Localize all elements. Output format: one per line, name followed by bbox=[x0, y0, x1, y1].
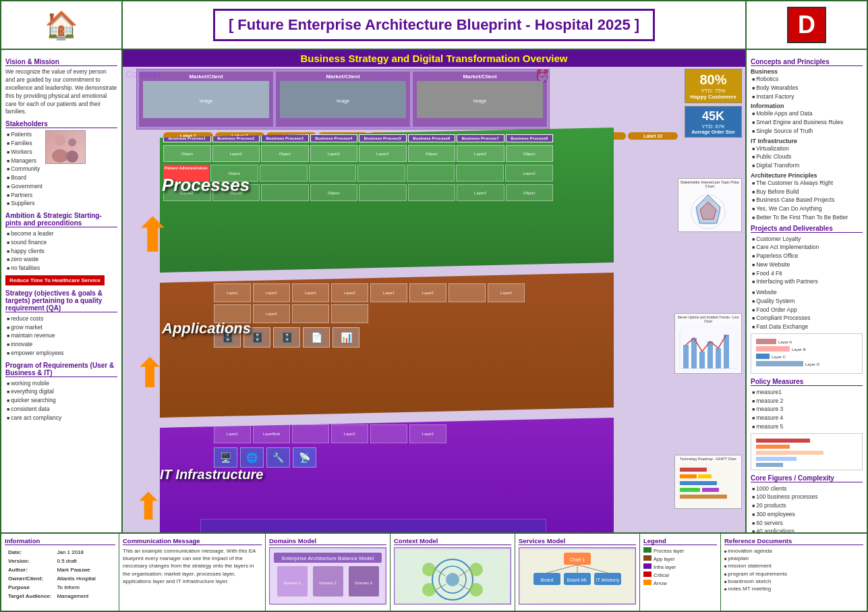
svg-rect-43 bbox=[756, 457, 797, 461]
app-cell-7 bbox=[449, 283, 486, 302]
svg-rect-40 bbox=[756, 439, 810, 443]
kpi-happy-big: 80% bbox=[688, 72, 739, 88]
proc-cell-row3-3 bbox=[261, 184, 309, 201]
main-content: Vision & Mission We recognize the value … bbox=[1, 50, 867, 532]
stakeholders-title: Stakeholders bbox=[5, 120, 117, 128]
home-icon[interactable]: 🏠 bbox=[45, 9, 78, 41]
infra-cell-1: Layer1 bbox=[214, 424, 251, 443]
kpi-happy-desc: Happy Customers bbox=[688, 94, 739, 100]
svg-rect-42 bbox=[756, 451, 823, 455]
legend-content: Process layer App layer Infra layer Crit… bbox=[643, 547, 717, 588]
svg-point-59 bbox=[469, 563, 483, 576]
svg-rect-35 bbox=[756, 361, 803, 366]
stakeholder-image bbox=[45, 130, 86, 164]
market-img-2: image bbox=[280, 81, 406, 118]
doc-icon-1: 📄 bbox=[303, 327, 330, 347]
header-center: [ Future Enterprise Architecture Bluepri… bbox=[123, 1, 745, 49]
polar-chart-svg bbox=[680, 188, 737, 232]
comm-text: This an example communication message. W… bbox=[123, 547, 262, 585]
applications-label: Applications bbox=[162, 320, 251, 337]
app-cell-2: Layer2 bbox=[253, 283, 290, 302]
svg-rect-21 bbox=[707, 341, 713, 368]
arch-list: The Customer Is Always Right Buy Before … bbox=[751, 179, 863, 222]
diagram-title-bar: Business Strategy and Digital Transforma… bbox=[123, 50, 745, 67]
svg-text:Chief 1: Chief 1 bbox=[570, 557, 585, 562]
app-cell-5: Layer1 bbox=[370, 283, 407, 302]
kpi-order-big: 45K bbox=[688, 109, 739, 123]
svg-text:Board Mt.: Board Mt. bbox=[567, 578, 587, 582]
bp-6: Business Process6 bbox=[408, 134, 456, 142]
home-section: 🏠 bbox=[1, 1, 123, 49]
program-title: Program of Requirements (User & Business… bbox=[5, 362, 117, 377]
proc-cell-row2-7 bbox=[456, 165, 504, 182]
services-model-visual: Chief 1 Board Board Mt. IT Advisory bbox=[519, 547, 636, 605]
infra-cell-5 bbox=[370, 424, 407, 443]
information-subtitle: Information bbox=[751, 103, 863, 109]
server-icon-2: 🌐 bbox=[240, 447, 264, 468]
legend-item-3: Infra layer bbox=[643, 563, 717, 572]
proc-cell-row2-8: Layer2 bbox=[505, 165, 553, 182]
svg-text:image: image bbox=[473, 99, 486, 104]
kpi-happy: 80% YTD: 75% Happy Customers bbox=[685, 69, 742, 103]
svg-text:image: image bbox=[337, 99, 349, 104]
app-content: Layer1 Layer2 Layer1 Layer2 Layer1 Layer… bbox=[160, 278, 614, 326]
app-cell-11 bbox=[292, 304, 329, 323]
infra-cell-6: Layer2 bbox=[409, 424, 446, 443]
svg-text:Domain 3: Domain 3 bbox=[355, 581, 372, 585]
legend-item-2: App layer bbox=[643, 555, 717, 563]
svg-point-2 bbox=[68, 138, 76, 146]
vision-title: Vision & Mission bbox=[5, 58, 117, 66]
processes-label: Processes bbox=[162, 175, 250, 196]
market-box-3: Market/Client image bbox=[413, 72, 547, 127]
projects-title: Projects and Deliverables bbox=[751, 225, 863, 233]
context-model-title: Context Model bbox=[394, 537, 511, 545]
it-list: Virtualization Public Clouds Digital Tra… bbox=[751, 144, 863, 170]
market-title-3: Market/Client bbox=[463, 74, 496, 80]
proc-cell-row2-6 bbox=[407, 165, 455, 182]
db-icon-3: 🗄️ bbox=[273, 327, 300, 347]
app-cell-8: Layer2 bbox=[488, 283, 525, 302]
app-cell-4: Layer2 bbox=[331, 283, 368, 302]
svg-point-61 bbox=[469, 583, 483, 596]
proc-cell-2: Layer2 bbox=[212, 145, 260, 162]
proc-cell-row3-5 bbox=[359, 184, 407, 201]
kpi-happy-sub: YTD: 75% bbox=[688, 88, 739, 94]
market-section: Market/Client image Market/Client image … bbox=[136, 69, 550, 130]
footer-legend: Legend Process layer App layer Infra lay… bbox=[640, 534, 721, 612]
ref-title: Reference Documents bbox=[724, 537, 863, 545]
svg-rect-33 bbox=[756, 346, 790, 352]
legend-item-1: Process layer bbox=[643, 547, 717, 555]
kpi-section: 80% YTD: 75% Happy Customers 45K YTD: 67… bbox=[685, 69, 742, 138]
context-model-visual bbox=[394, 547, 511, 605]
domains-title: Domains Model bbox=[269, 537, 386, 545]
infra-content: Layer1 LayerMulti Layer2 Layer2 bbox=[160, 421, 614, 446]
svg-rect-23 bbox=[724, 335, 729, 368]
arrow-infrastructure: ⬆ bbox=[133, 489, 164, 526]
footer-info-title: Information bbox=[5, 537, 115, 545]
svg-rect-32 bbox=[756, 339, 776, 344]
svg-rect-41 bbox=[756, 445, 790, 449]
label-10: Label 10 bbox=[628, 132, 678, 140]
svg-rect-28 bbox=[680, 481, 717, 485]
world-map-bg: Network Infrastructure bbox=[200, 519, 546, 532]
ref-list: innovation agenda yearplan mission state… bbox=[724, 547, 863, 592]
reduce-btn[interactable]: Reduce Time To Healthcare Service bbox=[5, 275, 105, 285]
ambition-list: become a leader sound finance happy clie… bbox=[5, 229, 117, 273]
comm-title: Communication Message bbox=[123, 537, 262, 545]
app-cell-12 bbox=[331, 304, 368, 323]
proc-row-1: Object Layer2 Object Layer2 Layer2 Objec… bbox=[160, 144, 614, 163]
policy-title: Policy Measures bbox=[751, 378, 863, 386]
svg-rect-29 bbox=[680, 488, 700, 492]
gantt-chart: Technology Roadmap - GANTT Chart bbox=[674, 455, 742, 509]
market-img-3: image bbox=[417, 81, 543, 118]
app-cell-3: Layer1 bbox=[292, 283, 329, 302]
svg-rect-30 bbox=[702, 488, 719, 492]
svg-text:Layer B: Layer B bbox=[792, 347, 806, 352]
ambition-title: Ambition & Strategic Starting-pints and … bbox=[5, 212, 117, 227]
market-box-1: Market/Client image bbox=[139, 72, 273, 127]
info-table: Date:Jan 1 2018 Version:0.5 draft Author… bbox=[5, 547, 99, 601]
right-sidebar: Concepts and Principles Business Robotic… bbox=[745, 50, 867, 532]
legend-item-5: Arrow bbox=[643, 580, 717, 588]
bp-8: Business Process8 bbox=[506, 134, 554, 142]
svg-rect-31 bbox=[680, 495, 727, 499]
